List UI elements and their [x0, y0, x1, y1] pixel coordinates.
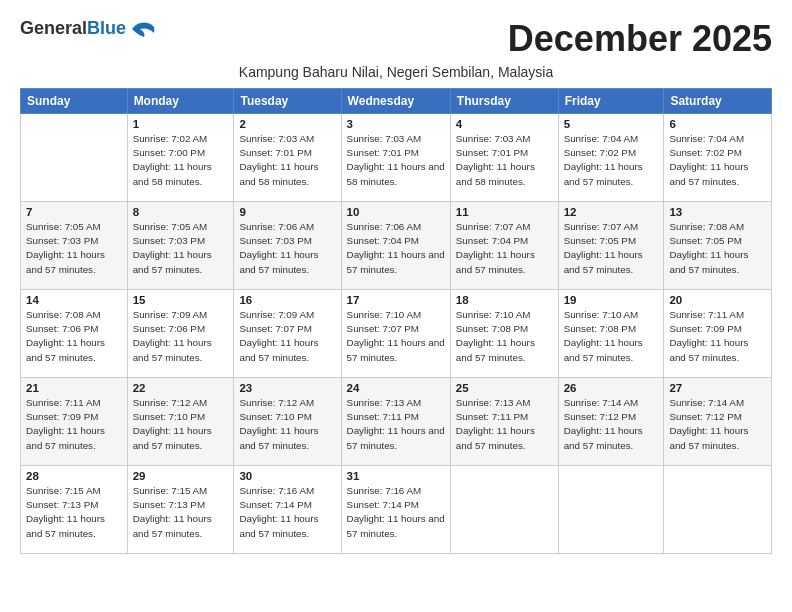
logo-text: GeneralBlue: [20, 18, 156, 39]
header: GeneralBlue December 2025: [20, 18, 772, 60]
table-row: 17Sunrise: 7:10 AM Sunset: 7:07 PM Dayli…: [341, 290, 450, 378]
table-row: 5Sunrise: 7:04 AM Sunset: 7:02 PM Daylig…: [558, 114, 664, 202]
day-number: 18: [456, 294, 553, 306]
day-number: 9: [239, 206, 335, 218]
col-monday: Monday: [127, 89, 234, 114]
day-info: Sunrise: 7:07 AM Sunset: 7:04 PM Dayligh…: [456, 220, 553, 277]
day-number: 19: [564, 294, 659, 306]
table-row: 2Sunrise: 7:03 AM Sunset: 7:01 PM Daylig…: [234, 114, 341, 202]
table-row: 29Sunrise: 7:15 AM Sunset: 7:13 PM Dayli…: [127, 466, 234, 554]
col-saturday: Saturday: [664, 89, 772, 114]
table-row: 24Sunrise: 7:13 AM Sunset: 7:11 PM Dayli…: [341, 378, 450, 466]
day-number: 14: [26, 294, 122, 306]
day-info: Sunrise: 7:09 AM Sunset: 7:07 PM Dayligh…: [239, 308, 335, 365]
table-row: 26Sunrise: 7:14 AM Sunset: 7:12 PM Dayli…: [558, 378, 664, 466]
table-row: 3Sunrise: 7:03 AM Sunset: 7:01 PM Daylig…: [341, 114, 450, 202]
day-number: 26: [564, 382, 659, 394]
day-info: Sunrise: 7:11 AM Sunset: 7:09 PM Dayligh…: [669, 308, 766, 365]
calendar-week-2: 7Sunrise: 7:05 AM Sunset: 7:03 PM Daylig…: [21, 202, 772, 290]
day-number: 31: [347, 470, 445, 482]
table-row: 31Sunrise: 7:16 AM Sunset: 7:14 PM Dayli…: [341, 466, 450, 554]
day-number: 24: [347, 382, 445, 394]
day-number: 17: [347, 294, 445, 306]
day-info: Sunrise: 7:03 AM Sunset: 7:01 PM Dayligh…: [456, 132, 553, 189]
table-row: 21Sunrise: 7:11 AM Sunset: 7:09 PM Dayli…: [21, 378, 128, 466]
table-row: 1Sunrise: 7:02 AM Sunset: 7:00 PM Daylig…: [127, 114, 234, 202]
day-info: Sunrise: 7:02 AM Sunset: 7:00 PM Dayligh…: [133, 132, 229, 189]
day-info: Sunrise: 7:09 AM Sunset: 7:06 PM Dayligh…: [133, 308, 229, 365]
day-number: 23: [239, 382, 335, 394]
day-number: 1: [133, 118, 229, 130]
table-row: 15Sunrise: 7:09 AM Sunset: 7:06 PM Dayli…: [127, 290, 234, 378]
table-row: 28Sunrise: 7:15 AM Sunset: 7:13 PM Dayli…: [21, 466, 128, 554]
day-info: Sunrise: 7:14 AM Sunset: 7:12 PM Dayligh…: [669, 396, 766, 453]
table-row: 11Sunrise: 7:07 AM Sunset: 7:04 PM Dayli…: [450, 202, 558, 290]
table-row: 14Sunrise: 7:08 AM Sunset: 7:06 PM Dayli…: [21, 290, 128, 378]
subtitle: Kampung Baharu Nilai, Negeri Sembilan, M…: [20, 64, 772, 80]
col-tuesday: Tuesday: [234, 89, 341, 114]
logo-general: GeneralBlue: [20, 18, 126, 39]
day-info: Sunrise: 7:14 AM Sunset: 7:12 PM Dayligh…: [564, 396, 659, 453]
day-number: 10: [347, 206, 445, 218]
table-row: 7Sunrise: 7:05 AM Sunset: 7:03 PM Daylig…: [21, 202, 128, 290]
day-number: 3: [347, 118, 445, 130]
day-info: Sunrise: 7:11 AM Sunset: 7:09 PM Dayligh…: [26, 396, 122, 453]
day-info: Sunrise: 7:05 AM Sunset: 7:03 PM Dayligh…: [133, 220, 229, 277]
month-title: December 2025: [508, 18, 772, 60]
day-number: 16: [239, 294, 335, 306]
day-number: 25: [456, 382, 553, 394]
table-row: 27Sunrise: 7:14 AM Sunset: 7:12 PM Dayli…: [664, 378, 772, 466]
table-row: 12Sunrise: 7:07 AM Sunset: 7:05 PM Dayli…: [558, 202, 664, 290]
day-number: 15: [133, 294, 229, 306]
day-number: 11: [456, 206, 553, 218]
day-info: Sunrise: 7:06 AM Sunset: 7:03 PM Dayligh…: [239, 220, 335, 277]
col-friday: Friday: [558, 89, 664, 114]
calendar-week-4: 21Sunrise: 7:11 AM Sunset: 7:09 PM Dayli…: [21, 378, 772, 466]
table-row: 8Sunrise: 7:05 AM Sunset: 7:03 PM Daylig…: [127, 202, 234, 290]
table-row: 16Sunrise: 7:09 AM Sunset: 7:07 PM Dayli…: [234, 290, 341, 378]
day-info: Sunrise: 7:12 AM Sunset: 7:10 PM Dayligh…: [239, 396, 335, 453]
logo: GeneralBlue: [20, 18, 156, 39]
table-row: [21, 114, 128, 202]
day-number: 22: [133, 382, 229, 394]
table-row: 20Sunrise: 7:11 AM Sunset: 7:09 PM Dayli…: [664, 290, 772, 378]
day-info: Sunrise: 7:10 AM Sunset: 7:08 PM Dayligh…: [564, 308, 659, 365]
col-sunday: Sunday: [21, 89, 128, 114]
day-number: 13: [669, 206, 766, 218]
table-row: 4Sunrise: 7:03 AM Sunset: 7:01 PM Daylig…: [450, 114, 558, 202]
table-row: 6Sunrise: 7:04 AM Sunset: 7:02 PM Daylig…: [664, 114, 772, 202]
day-info: Sunrise: 7:16 AM Sunset: 7:14 PM Dayligh…: [239, 484, 335, 541]
day-info: Sunrise: 7:03 AM Sunset: 7:01 PM Dayligh…: [239, 132, 335, 189]
col-wednesday: Wednesday: [341, 89, 450, 114]
col-thursday: Thursday: [450, 89, 558, 114]
day-number: 30: [239, 470, 335, 482]
day-info: Sunrise: 7:06 AM Sunset: 7:04 PM Dayligh…: [347, 220, 445, 277]
logo-bird-icon: [128, 19, 156, 39]
day-info: Sunrise: 7:04 AM Sunset: 7:02 PM Dayligh…: [669, 132, 766, 189]
calendar-week-5: 28Sunrise: 7:15 AM Sunset: 7:13 PM Dayli…: [21, 466, 772, 554]
table-row: 25Sunrise: 7:13 AM Sunset: 7:11 PM Dayli…: [450, 378, 558, 466]
day-info: Sunrise: 7:07 AM Sunset: 7:05 PM Dayligh…: [564, 220, 659, 277]
table-row: 9Sunrise: 7:06 AM Sunset: 7:03 PM Daylig…: [234, 202, 341, 290]
table-row: 22Sunrise: 7:12 AM Sunset: 7:10 PM Dayli…: [127, 378, 234, 466]
day-info: Sunrise: 7:05 AM Sunset: 7:03 PM Dayligh…: [26, 220, 122, 277]
day-number: 29: [133, 470, 229, 482]
calendar-week-1: 1Sunrise: 7:02 AM Sunset: 7:00 PM Daylig…: [21, 114, 772, 202]
day-info: Sunrise: 7:15 AM Sunset: 7:13 PM Dayligh…: [133, 484, 229, 541]
day-number: 27: [669, 382, 766, 394]
day-info: Sunrise: 7:08 AM Sunset: 7:06 PM Dayligh…: [26, 308, 122, 365]
table-row: 19Sunrise: 7:10 AM Sunset: 7:08 PM Dayli…: [558, 290, 664, 378]
day-number: 20: [669, 294, 766, 306]
table-row: [558, 466, 664, 554]
day-info: Sunrise: 7:10 AM Sunset: 7:08 PM Dayligh…: [456, 308, 553, 365]
day-info: Sunrise: 7:12 AM Sunset: 7:10 PM Dayligh…: [133, 396, 229, 453]
day-info: Sunrise: 7:15 AM Sunset: 7:13 PM Dayligh…: [26, 484, 122, 541]
day-number: 4: [456, 118, 553, 130]
calendar-header-row: Sunday Monday Tuesday Wednesday Thursday…: [21, 89, 772, 114]
day-number: 7: [26, 206, 122, 218]
page: GeneralBlue December 2025 Kampung Baharu…: [0, 0, 792, 564]
day-info: Sunrise: 7:13 AM Sunset: 7:11 PM Dayligh…: [347, 396, 445, 453]
day-info: Sunrise: 7:04 AM Sunset: 7:02 PM Dayligh…: [564, 132, 659, 189]
table-row: 30Sunrise: 7:16 AM Sunset: 7:14 PM Dayli…: [234, 466, 341, 554]
day-number: 28: [26, 470, 122, 482]
